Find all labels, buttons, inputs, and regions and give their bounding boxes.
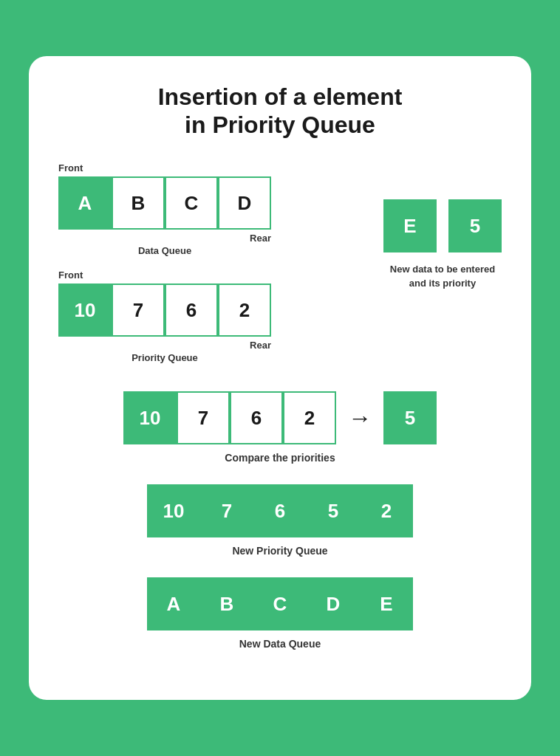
new-data-cell-E: E bbox=[383, 199, 437, 252]
cmp-cell-10: 10 bbox=[123, 391, 177, 444]
npq-cell-10: 10 bbox=[147, 484, 200, 537]
compare-row: 10 7 6 2 → 5 bbox=[123, 391, 437, 444]
cmp-cell-6: 6 bbox=[230, 391, 283, 444]
priority-queue-row: 10 7 6 2 bbox=[58, 284, 271, 337]
ndq-cell-E: E bbox=[360, 577, 413, 630]
pq-cell-6: 6 bbox=[165, 284, 218, 337]
cmp-cell-7: 7 bbox=[177, 391, 230, 444]
npq-cell-2: 2 bbox=[360, 484, 413, 537]
page-title: Insertion of a element in Priority Queue bbox=[58, 83, 502, 140]
main-card: Insertion of a element in Priority Queue… bbox=[29, 56, 531, 701]
new-data-section: E 5 New data to be enteredand its priori… bbox=[383, 162, 502, 289]
data-queue-block: Front A B C D Rear Data Queue bbox=[58, 162, 271, 256]
data-queue-front-label: Front bbox=[58, 162, 271, 173]
new-priority-queue-caption: New Priority Queue bbox=[232, 545, 327, 557]
top-section: Front A B C D Rear Data Queue Front 10 7… bbox=[58, 162, 502, 371]
data-cell-C: C bbox=[165, 176, 218, 230]
compare-caption: Compare the priorities bbox=[225, 452, 335, 464]
ndq-cell-A: A bbox=[147, 577, 200, 630]
priority-queue-front-label: Front bbox=[58, 269, 271, 281]
data-cell-A: A bbox=[58, 176, 112, 230]
new-priority-queue-section: 10 7 6 5 2 New Priority Queue bbox=[58, 484, 502, 557]
new-data-label: New data to be enteredand its priority bbox=[390, 263, 495, 289]
npq-cell-5: 5 bbox=[307, 484, 360, 537]
queues-left: Front A B C D Rear Data Queue Front 10 7… bbox=[58, 162, 271, 371]
data-queue-rear-label: Rear bbox=[58, 233, 271, 244]
pq-cell-2: 2 bbox=[218, 284, 271, 337]
data-cell-D: D bbox=[218, 176, 271, 230]
new-data-queue-row: A B C D E bbox=[147, 577, 413, 630]
data-queue-caption: Data Queue bbox=[58, 245, 271, 256]
priority-queue-block: Front 10 7 6 2 Rear Priority Queue bbox=[58, 269, 271, 363]
priority-queue-caption: Priority Queue bbox=[58, 352, 271, 363]
priority-queue-rear-label: Rear bbox=[58, 340, 271, 351]
new-data-queue-caption: New Data Queue bbox=[239, 638, 321, 650]
cmp-cell-2: 2 bbox=[283, 391, 336, 444]
pq-cell-10: 10 bbox=[58, 284, 112, 337]
compare-section: 10 7 6 2 → 5 Compare the priorities bbox=[58, 391, 502, 464]
data-cell-B: B bbox=[112, 176, 165, 230]
ndq-cell-B: B bbox=[200, 577, 253, 630]
npq-cell-7: 7 bbox=[200, 484, 253, 537]
npq-cell-6: 6 bbox=[253, 484, 307, 537]
cmp-new-cell-5: 5 bbox=[383, 391, 437, 444]
new-data-queue-section: A B C D E New Data Queue bbox=[58, 577, 502, 650]
ndq-cell-C: C bbox=[253, 577, 307, 630]
arrow-icon: → bbox=[348, 405, 372, 432]
new-data-cell-5: 5 bbox=[448, 199, 502, 252]
pq-cell-7: 7 bbox=[112, 284, 165, 337]
new-data-row: E 5 bbox=[383, 199, 502, 252]
ndq-cell-D: D bbox=[307, 577, 360, 630]
compare-queue-row: 10 7 6 2 bbox=[123, 391, 336, 444]
data-queue-row: A B C D bbox=[58, 176, 271, 230]
new-priority-queue-row: 10 7 6 5 2 bbox=[147, 484, 413, 537]
